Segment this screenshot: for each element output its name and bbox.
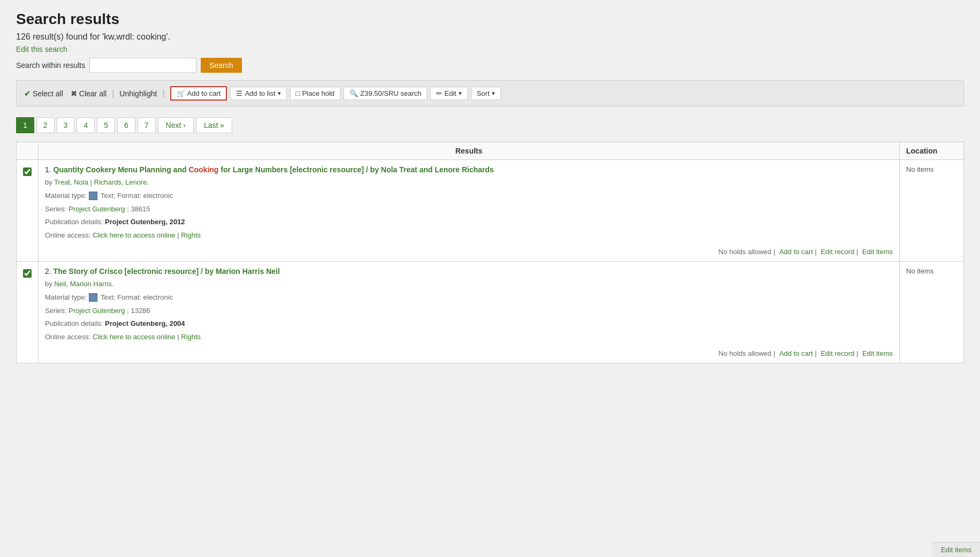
row-1-material-icon (89, 192, 97, 200)
row-1-material: Material type: Text; Format: electronic (45, 190, 893, 202)
row-2-online: Online access: Click here to access onli… (45, 332, 893, 343)
search-icon: 🔍 (350, 89, 358, 97)
row-1-author-sep: | (90, 178, 94, 186)
row-1-checkbox[interactable] (23, 167, 32, 176)
row-2-material-type: Text (101, 293, 113, 301)
row-1-series-link[interactable]: Project Gutenberg (69, 205, 125, 213)
row-1-title-link[interactable]: Quantity Cookery Menu Planning and Cooki… (54, 165, 494, 174)
row-1-content: 1. Quantity Cookery Menu Planning and Co… (39, 160, 900, 262)
row-1-edit-items-link[interactable]: Edit items (862, 248, 893, 256)
row-1-online: Online access: Click here to access onli… (45, 230, 893, 241)
page-2-button[interactable]: 2 (36, 117, 55, 133)
row-1-material-type: Text (101, 192, 113, 200)
page-1-button[interactable]: 1 (16, 117, 34, 133)
sort-button[interactable]: Sort (471, 87, 501, 100)
row-2-title-link[interactable]: The Story of Crisco [electronic resource… (54, 267, 280, 276)
row-2-online-label: Click here to access online (93, 333, 176, 341)
unhighlight-link[interactable]: Unhighlight (119, 89, 157, 98)
row-2-title-before: The Story of Crisco [electronic resource… (54, 267, 280, 276)
next-button[interactable]: Next › (158, 117, 194, 133)
page-3-button[interactable]: 3 (57, 117, 75, 133)
row-1-sep2: | (773, 248, 777, 256)
row-2-series-number: ; 13286 (125, 307, 150, 315)
row-2-checkbox[interactable] (23, 269, 32, 278)
row-1-series-number: ; 38615 (125, 205, 150, 213)
row-1-title-after: for Large Numbers [electronic resource] … (218, 165, 493, 174)
divider-1: | (112, 89, 114, 98)
row-2-authors: by Neil, Marion Harris. (45, 279, 893, 290)
row-1-series: Series: Project Gutenberg ; 38615 (45, 204, 893, 215)
cart-icon: 🛒 (177, 89, 185, 97)
row-2-author-1[interactable]: Neil, Marion Harris. (54, 280, 113, 288)
row-1-add-to-cart-link[interactable]: Add to cart (779, 248, 813, 256)
hold-icon: □ (296, 89, 300, 97)
results-table: Results Location 1. Quantity Cookery Men… (16, 142, 964, 363)
row-1-authors: by Treat, Nola | Richards, Lenore. (45, 177, 893, 188)
row-2-pub-details: Project Gutenberg, 2004 (105, 319, 185, 327)
row-2-number: 2. (45, 267, 54, 276)
pencil-icon: ✏ (436, 89, 442, 97)
row-1-rights-label: Rights (181, 231, 201, 239)
row-1-number: 1. (45, 165, 54, 174)
row-2-series-link[interactable]: Project Gutenberg (69, 307, 125, 315)
search-button[interactable]: Search (201, 58, 241, 73)
row-2-location: No items (900, 261, 964, 363)
add-to-list-button[interactable]: ☰ Add to list (230, 87, 286, 100)
row-2-rights-link[interactable]: Rights (181, 333, 201, 341)
row-1-online-label: Click here to access online (93, 231, 176, 239)
page-7-button[interactable]: 7 (138, 117, 156, 133)
row-2-checkbox-cell (17, 261, 39, 363)
th-location: Location (900, 142, 964, 160)
edit-search-link[interactable]: Edit this search (16, 45, 67, 54)
page-5-button[interactable]: 5 (97, 117, 115, 133)
add-to-cart-label: Add to cart (187, 89, 221, 97)
page-4-button[interactable]: 4 (77, 117, 95, 133)
row-1-sep4: | (856, 248, 860, 256)
row-1-title-line: 1. Quantity Cookery Menu Planning and Co… (45, 165, 893, 174)
row-1-online-link[interactable]: Click here to access online (93, 231, 176, 239)
row-1-sep3: | (815, 248, 818, 256)
page-6-button[interactable]: 6 (117, 117, 135, 133)
row-2-material-icon (89, 293, 97, 302)
bottom-edit-items-link[interactable]: Edit items (941, 546, 971, 554)
row-1-title-before: Quantity Cookery Menu Planning and (54, 165, 189, 174)
row-2-format: electronic (143, 293, 173, 301)
row-1-pub-details: Project Gutenberg, 2012 (105, 218, 185, 226)
row-2-sep2: | (773, 349, 777, 357)
row-1-rights-link[interactable]: Rights (181, 231, 201, 239)
row-2-material: Material type: Text; Format: electronic (45, 292, 893, 303)
row-1-author-2[interactable]: Richards, Lenore. (94, 178, 149, 186)
select-all-label: Select all (33, 89, 63, 98)
search-within-input[interactable] (89, 58, 196, 73)
clear-all-label: Clear all (79, 89, 107, 98)
list-icon: ☰ (236, 89, 242, 97)
checkmark-icon: ✔ (24, 89, 31, 98)
row-2-rights-label: Rights (181, 333, 201, 341)
row-2-add-to-cart-link[interactable]: Add to cart (779, 349, 813, 357)
clear-all-item[interactable]: ✖ Clear all (71, 89, 107, 98)
search-within-label: Search within results (16, 61, 85, 70)
place-hold-button[interactable]: □ Place hold (290, 87, 341, 100)
add-to-cart-button[interactable]: 🛒 Add to cart (170, 86, 227, 101)
last-button[interactable]: Last » (196, 117, 232, 133)
row-1-keyword: Cooking (188, 165, 218, 174)
row-2-edit-items-link[interactable]: Edit items (862, 349, 893, 357)
x-icon: ✖ (71, 89, 77, 98)
add-to-list-label: Add to list (245, 89, 275, 97)
row-1-edit-record-link[interactable]: Edit record (821, 248, 854, 256)
th-results: Results (39, 142, 900, 160)
z3950-button[interactable]: 🔍 Z39.50/SRU search (344, 87, 427, 100)
row-2-no-holds: No holds allowed (718, 349, 771, 357)
row-2-edit-record-link[interactable]: Edit record (821, 349, 854, 357)
table-row: 2. The Story of Crisco [electronic resou… (17, 261, 964, 363)
row-1-location: No items (900, 160, 964, 262)
row-2-series: Series: Project Gutenberg ; 13286 (45, 306, 893, 317)
select-all-item[interactable]: ✔ Select all (24, 89, 63, 98)
edit-button[interactable]: ✏ Edit (430, 87, 467, 100)
row-1-series-name: Project Gutenberg (69, 205, 125, 213)
row-1-author-1[interactable]: Treat, Nola (54, 178, 88, 186)
row-1-checkbox-cell (17, 160, 39, 262)
row-1-no-holds: No holds allowed (718, 248, 771, 256)
row-2-content: 2. The Story of Crisco [electronic resou… (39, 261, 900, 363)
row-2-online-link[interactable]: Click here to access online (93, 333, 176, 341)
